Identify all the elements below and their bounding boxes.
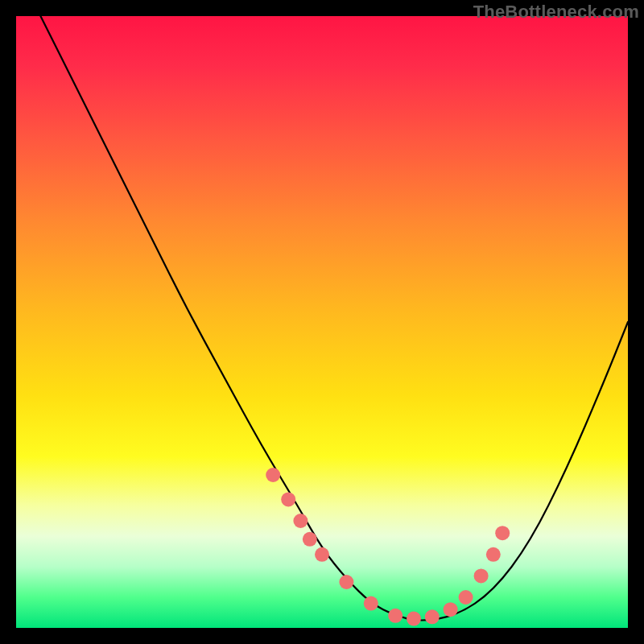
highlight-dot	[407, 612, 421, 626]
chart-svg	[16, 16, 628, 628]
highlight-dot	[266, 468, 280, 482]
highlight-dot	[459, 590, 473, 605]
highlight-dot	[495, 526, 510, 540]
highlight-dot	[444, 602, 458, 617]
highlight-dot	[281, 492, 295, 506]
highlight-dots-group	[266, 468, 510, 626]
highlight-dot	[474, 568, 489, 583]
highlight-dot	[388, 609, 402, 623]
highlight-dot	[486, 547, 501, 562]
bottleneck-curve-path	[40, 16, 628, 621]
highlight-dot	[303, 532, 317, 547]
highlight-dot	[425, 609, 440, 624]
highlight-dot	[339, 575, 353, 589]
highlight-dot	[293, 514, 308, 528]
highlight-dot	[315, 547, 329, 562]
highlight-dot	[364, 597, 378, 611]
